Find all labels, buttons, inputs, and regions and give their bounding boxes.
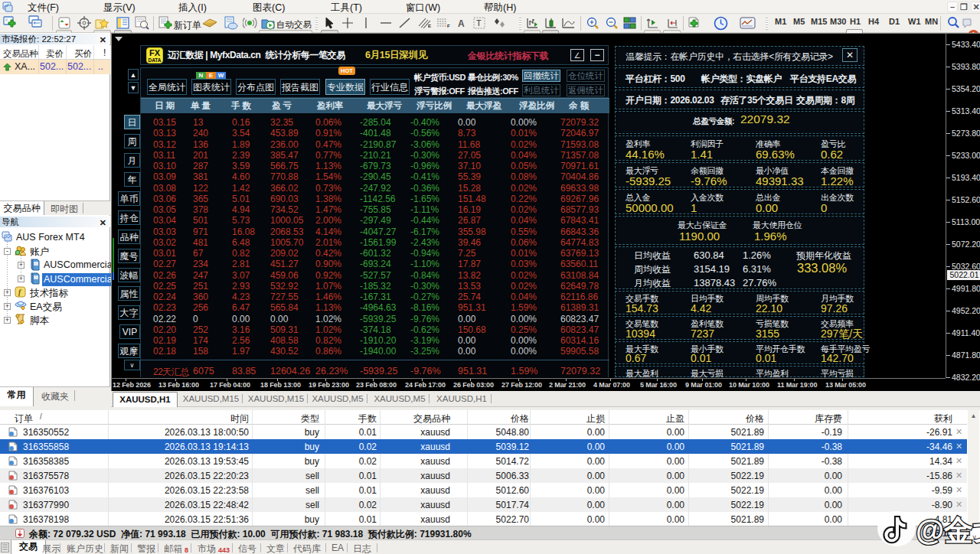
svg-text:E: E <box>428 24 431 28</box>
svg-text:T: T <box>476 18 482 28</box>
svg-text:@金戈: @金戈 <box>916 514 980 546</box>
svg-text:F: F <box>447 24 450 28</box>
